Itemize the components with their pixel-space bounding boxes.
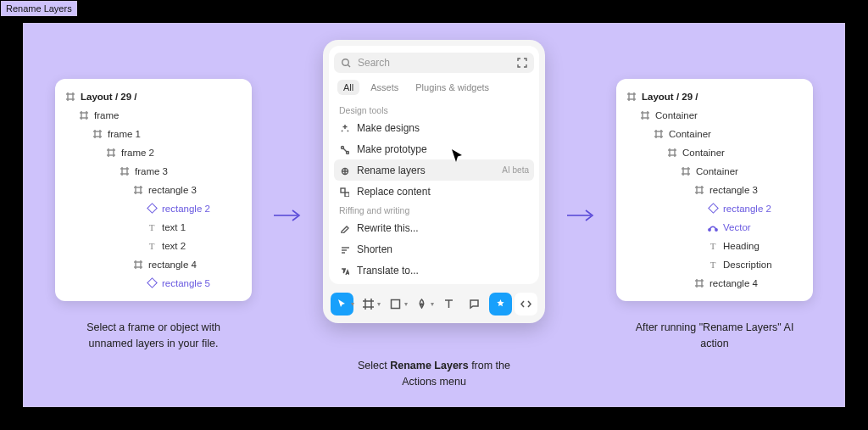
diamond-icon xyxy=(147,278,157,288)
action-translate-to-[interactable]: Translate to... xyxy=(334,260,534,281)
action-label: Make prototype xyxy=(357,143,427,155)
layer-label: frame xyxy=(94,110,119,120)
action-label: Rewrite this... xyxy=(357,222,419,234)
caption-actions: Select Rename Layers from the Actions me… xyxy=(358,342,510,389)
text-icon: T xyxy=(708,241,718,251)
chevron-down-icon[interactable]: ▾ xyxy=(404,300,408,308)
layer-row[interactable]: rectangle 4 xyxy=(62,255,245,274)
stage: Layout / 29 / frameframe 1frame 2frame 3… xyxy=(23,23,845,407)
text-icon: T xyxy=(147,241,157,251)
layer-label: rectangle 4 xyxy=(709,278,758,288)
action-make-prototype[interactable]: Make prototype xyxy=(334,138,534,159)
tool-comment[interactable] xyxy=(463,293,486,316)
action-label: Replace content xyxy=(357,186,431,198)
tool-text[interactable] xyxy=(437,293,460,316)
layer-label: frame 1 xyxy=(108,129,141,139)
cursor-icon xyxy=(450,148,465,164)
layer-row[interactable]: Container xyxy=(623,125,806,143)
svg-point-71 xyxy=(715,229,717,231)
layer-row[interactable]: THeading xyxy=(623,237,806,255)
layer-row[interactable]: Ttext 1 xyxy=(62,218,245,237)
svg-rect-43 xyxy=(391,300,399,309)
action-replace-content[interactable]: Replace content xyxy=(334,181,534,202)
section-design-tools: Design tools xyxy=(334,102,534,117)
layer-label: Vector xyxy=(723,222,751,232)
layer-label: text 1 xyxy=(162,222,186,232)
action-shorten[interactable]: Shorten xyxy=(334,238,534,260)
tool-move[interactable] xyxy=(331,293,353,316)
tool-dev[interactable] xyxy=(515,293,537,316)
frame-icon xyxy=(681,166,691,176)
layer-row[interactable]: rectangle 5 xyxy=(62,274,245,293)
chevron-down-icon[interactable]: ▾ xyxy=(351,300,354,308)
svg-rect-35 xyxy=(345,193,349,197)
column-before: Layout / 29 / frameframe 1frame 2frame 3… xyxy=(55,79,252,352)
expand-icon[interactable] xyxy=(517,58,527,68)
tool-actions[interactable] xyxy=(489,293,512,316)
tab-assets[interactable]: Assets xyxy=(364,80,404,95)
arrow-icon xyxy=(565,207,596,224)
tab-all[interactable]: All xyxy=(337,80,359,95)
tool-pen[interactable] xyxy=(410,293,433,316)
layer-label: frame 3 xyxy=(135,166,168,176)
column-actions: Search All Assets Plugins & widgets Desi… xyxy=(323,40,545,389)
layer-row[interactable]: rectangle 3 xyxy=(62,181,245,199)
text-icon: T xyxy=(708,260,718,270)
text-icon: T xyxy=(147,222,157,232)
layer-label: Container xyxy=(669,129,711,139)
layer-list-after: ContainerContainerContainerContainerrect… xyxy=(623,106,806,293)
layer-label: Container xyxy=(682,148,725,158)
action-label: Shorten xyxy=(357,243,392,255)
frame-icon xyxy=(694,278,704,288)
panel-header-text: Layout / 29 / xyxy=(642,92,698,102)
frame-icon xyxy=(79,110,89,120)
layer-row[interactable]: Ttext 2 xyxy=(62,237,245,255)
frame-icon xyxy=(120,166,130,176)
proto-icon xyxy=(339,144,349,154)
tab-plugins[interactable]: Plugins & widgets xyxy=(409,80,495,95)
frame-icon xyxy=(667,148,677,158)
translate-icon xyxy=(339,265,349,276)
panel-header: Layout / 29 / xyxy=(62,87,245,106)
layer-row[interactable]: Container xyxy=(623,143,806,162)
layer-row[interactable]: rectangle 2 xyxy=(623,199,806,218)
layer-row[interactable]: frame 2 xyxy=(62,143,245,162)
layer-row[interactable]: Container xyxy=(623,106,806,125)
layer-label: Heading xyxy=(723,241,760,251)
layer-row[interactable]: frame xyxy=(62,106,245,125)
arrow-icon xyxy=(272,207,303,224)
layer-row[interactable]: rectangle 4 xyxy=(623,274,806,293)
top-tag: Rename Layers xyxy=(0,0,78,17)
action-label: Make designs xyxy=(357,122,420,134)
tool-shape[interactable] xyxy=(384,293,407,316)
frame-icon xyxy=(626,92,637,102)
panel-header: Layout / 29 / xyxy=(623,87,806,106)
layer-row[interactable]: frame 1 xyxy=(62,125,245,143)
layer-row[interactable]: Vector xyxy=(623,218,806,237)
layer-list-before: frameframe 1frame 2frame 3rectangle 3rec… xyxy=(62,106,245,293)
action-rename-layers[interactable]: Rename layersAI beta xyxy=(334,159,534,181)
layer-row[interactable]: rectangle 2 xyxy=(62,199,245,218)
layer-label: rectangle 3 xyxy=(709,185,758,195)
layer-row[interactable]: Container xyxy=(623,162,806,181)
chevron-down-icon[interactable]: ▾ xyxy=(377,300,381,308)
search-placeholder: Search xyxy=(358,57,390,69)
action-rewrite-this-[interactable]: Rewrite this... xyxy=(334,217,534,238)
layer-row[interactable]: frame 3 xyxy=(62,162,245,181)
rename-icon xyxy=(339,165,349,176)
action-make-designs[interactable]: Make designs xyxy=(334,117,534,138)
actions-panel-inner: Search All Assets Plugins & widgets Desi… xyxy=(329,46,539,284)
tool-frame[interactable] xyxy=(357,293,380,316)
frame-icon xyxy=(106,148,116,158)
layer-row[interactable]: TDescription xyxy=(623,255,806,274)
layers-panel-before: Layout / 29 / frameframe 1frame 2frame 3… xyxy=(55,79,252,301)
layer-label: rectangle 4 xyxy=(148,260,197,270)
shorten-icon xyxy=(339,244,349,254)
layers-panel-after: Layout / 29 / ContainerContainerContaine… xyxy=(616,79,813,301)
diamond-icon xyxy=(708,204,718,214)
layer-row[interactable]: rectangle 3 xyxy=(623,181,806,199)
frame-icon xyxy=(133,185,143,195)
ai-badge: AI beta xyxy=(502,165,529,175)
chevron-down-icon[interactable]: ▾ xyxy=(431,300,434,308)
search-input[interactable]: Search xyxy=(334,53,534,73)
